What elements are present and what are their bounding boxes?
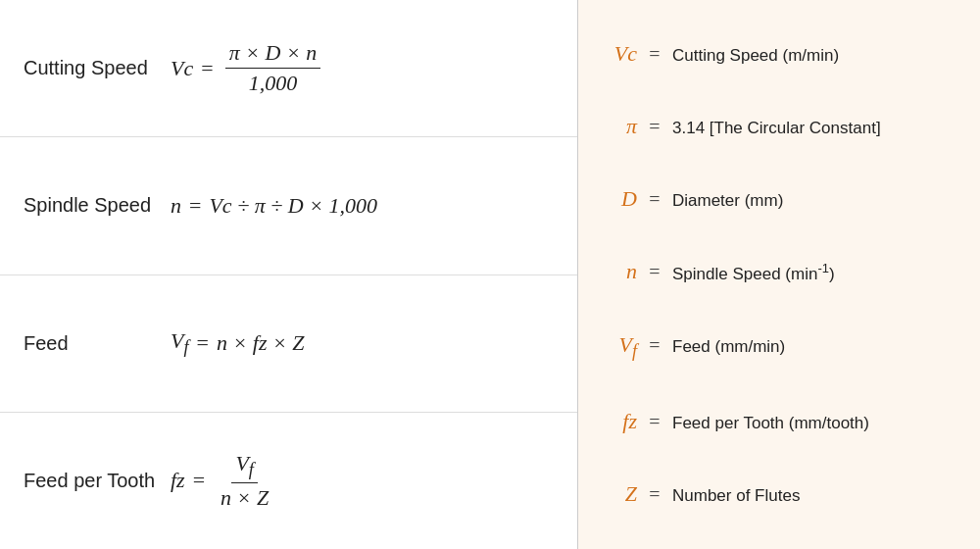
- feed-per-tooth-denominator: n × Z: [217, 483, 272, 511]
- legend-desc-n: Spindle Speed (min-1): [672, 260, 960, 285]
- legend-n: n = Spindle Speed (min-1): [598, 257, 960, 287]
- cutting-speed-fraction: π × D × n 1,000: [225, 40, 321, 96]
- legend-vc: Vc = Cutting Speed (m/min): [598, 39, 960, 70]
- legend-vf: Vf = Feed (mm/min): [598, 330, 960, 365]
- cutting-speed-denominator: 1,000: [245, 69, 302, 96]
- feed-per-tooth-row: Feed per Tooth fz = Vf n × Z: [0, 413, 577, 549]
- equals-3: =: [197, 330, 209, 356]
- legend-symbol-vc: Vc: [598, 39, 637, 70]
- legend-eq-vf: =: [637, 331, 672, 359]
- legend-eq-z: =: [637, 480, 672, 508]
- feed-row: Feed Vf = n × fz × Z: [0, 275, 577, 413]
- left-panel: Cutting Speed Vc = π × D × n 1,000 Spind…: [0, 0, 578, 549]
- legend-symbol-pi: π: [598, 112, 637, 142]
- legend-desc-vc: Cutting Speed (m/min): [672, 44, 960, 68]
- legend-desc-z: Number of Flutes: [672, 484, 960, 508]
- n-var: n: [171, 193, 181, 219]
- legend-desc-fz: Feed per Tooth (mm/tooth): [672, 412, 960, 435]
- legend-symbol-vf: Vf: [598, 330, 637, 365]
- right-panel: Vc = Cutting Speed (m/min) π = 3.14 [The…: [578, 0, 980, 549]
- legend-z: Z = Number of Flutes: [598, 479, 960, 510]
- legend-fz: fz = Feed per Tooth (mm/tooth): [598, 407, 960, 437]
- legend-eq-n: =: [637, 258, 672, 285]
- feed-expr: n × fz × Z: [217, 330, 305, 356]
- legend-desc-vf: Feed (mm/min): [672, 335, 960, 359]
- equals-1: =: [201, 56, 213, 81]
- legend-desc-pi: 3.14 [The Circular Constant]: [672, 117, 960, 140]
- spindle-speed-expr: Vc ÷ π ÷ D × 1,000: [209, 193, 377, 219]
- feed-per-tooth-formula: fz = Vf n × Z: [171, 451, 276, 511]
- feed-label: Feed: [24, 332, 171, 355]
- spindle-speed-row: Spindle Speed n = Vc ÷ π ÷ D × 1,000: [0, 137, 577, 274]
- legend-symbol-fz: fz: [598, 407, 637, 437]
- cutting-speed-label: Cutting Speed: [24, 57, 171, 79]
- equals-2: =: [189, 193, 201, 219]
- feed-per-tooth-label: Feed per Tooth: [24, 470, 171, 492]
- feed-formula: Vf = n × fz × Z: [171, 328, 305, 358]
- legend-eq-vc: =: [637, 40, 672, 68]
- legend-eq-fz: =: [637, 408, 672, 435]
- legend-pi: π = 3.14 [The Circular Constant]: [598, 112, 960, 142]
- vf-var: Vf: [171, 328, 189, 358]
- feed-per-tooth-fraction: Vf n × Z: [217, 451, 272, 511]
- cutting-speed-numerator: π × D × n: [225, 40, 321, 69]
- legend-eq-d: =: [637, 185, 672, 213]
- legend-desc-d: Diameter (mm): [672, 189, 960, 213]
- legend-symbol-z: Z: [598, 479, 637, 510]
- spindle-speed-label: Spindle Speed: [24, 194, 171, 217]
- legend-symbol-d: D: [598, 184, 637, 215]
- legend-eq-pi: =: [637, 113, 672, 140]
- fz-var: fz: [171, 468, 185, 493]
- spindle-speed-formula: n = Vc ÷ π ÷ D × 1,000: [171, 193, 377, 219]
- cutting-speed-row: Cutting Speed Vc = π × D × n 1,000: [0, 0, 577, 137]
- legend-d: D = Diameter (mm): [598, 184, 960, 215]
- vc-var: Vc: [171, 56, 193, 81]
- equals-4: =: [193, 468, 205, 493]
- cutting-speed-formula: Vc = π × D × n 1,000: [171, 40, 324, 96]
- feed-per-tooth-numerator: Vf: [231, 451, 258, 483]
- legend-symbol-n: n: [598, 257, 637, 287]
